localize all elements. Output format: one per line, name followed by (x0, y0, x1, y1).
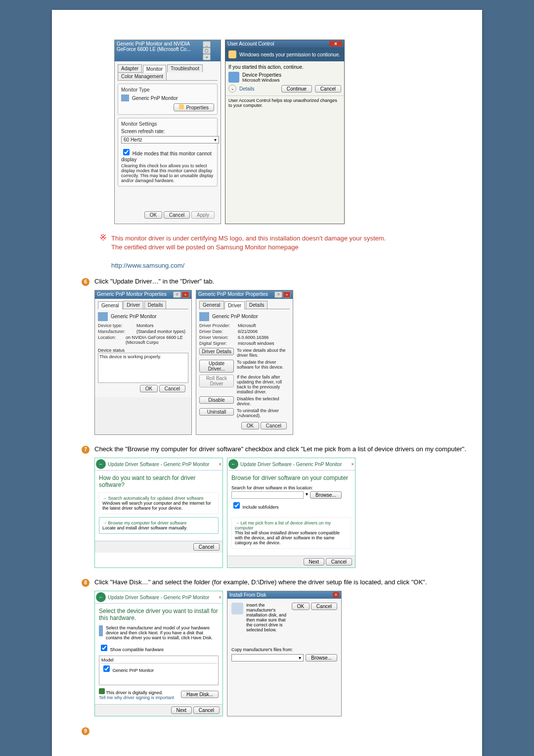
cancel-button[interactable]: Cancel (261, 422, 287, 429)
tab-general[interactable]: General (98, 301, 123, 309)
option-browse[interactable]: → Browse my computer for driver software… (99, 517, 219, 534)
monitor-icon (99, 625, 103, 636)
tab-details[interactable]: Details (144, 301, 167, 309)
back-icon[interactable]: ← (96, 459, 106, 469)
cancel-button[interactable]: Cancel (193, 543, 220, 551)
close-icon[interactable]: × (351, 462, 354, 467)
cancel-button[interactable]: Cancel (193, 707, 220, 714)
path-combo[interactable]: ▾ (231, 654, 304, 662)
model-column-header: Model (100, 657, 217, 663)
refresh-rate-value: 60 Hertz (124, 137, 142, 142)
device-type-label: Device type: (98, 323, 133, 328)
have-disk-button[interactable]: Have Disk... (181, 691, 219, 698)
cancel-button[interactable]: Cancel (311, 603, 337, 610)
continue-button[interactable]: Continue (281, 85, 312, 93)
install-from-disk-dialog: Install From Disk × Insert the manufactu… (227, 591, 342, 716)
browse-button[interactable]: Browse... (310, 491, 342, 499)
device-status-value: This device is working properly. (99, 354, 161, 359)
back-icon[interactable]: ← (228, 459, 238, 469)
minimize-icon[interactable]: _ (203, 41, 211, 47)
cancel-button[interactable]: Cancel (315, 85, 341, 93)
maximize-icon[interactable]: ▢ (203, 47, 211, 54)
close-icon[interactable]: × (329, 41, 342, 47)
device-type-value: Monitors (136, 323, 154, 328)
ok-button[interactable]: OK (140, 385, 158, 392)
samsung-link[interactable]: http://www.samsung.com/ (111, 262, 184, 269)
close-icon[interactable]: × (333, 592, 339, 598)
uac-if-started: If you started this action, continue. (228, 64, 341, 70)
bullet-7: 7 (82, 446, 89, 454)
ok-button[interactable]: OK (292, 603, 310, 610)
uac-title: User Account Control (227, 41, 274, 47)
cancel-button[interactable]: Cancel (159, 385, 185, 392)
driver-details-desc: To view details about the driver files. (237, 348, 290, 358)
uac-ms-windows: Microsoft Windows (242, 78, 281, 83)
option-pick-list[interactable]: → Let me pick from a list of device driv… (231, 517, 351, 549)
device-name: Generic PnP Monitor (111, 314, 157, 319)
close-icon[interactable]: × (181, 291, 189, 298)
model-item[interactable]: Generic PnP Monitor (113, 668, 154, 673)
search-label: Search for driver software in this locat… (231, 485, 351, 490)
dialog-title: Generic PnP Monitor and NVIDIA GeForce 6… (117, 41, 202, 60)
show-compat-checkbox[interactable] (101, 645, 107, 651)
step6-text: Click "Update Driver…" in the "Driver" t… (94, 278, 214, 285)
back-icon[interactable]: ← (96, 592, 106, 602)
apply-button[interactable]: Apply (191, 211, 215, 219)
hide-modes-label: Hide modes that this monitor cannot disp… (121, 151, 212, 162)
rollback-button[interactable]: Roll Back Driver (199, 375, 234, 387)
close-icon[interactable]: × (219, 595, 222, 600)
close-icon[interactable]: × (203, 54, 211, 60)
chevron-down-icon[interactable]: ⌄ (228, 85, 236, 93)
cancel-button[interactable]: Cancel (164, 211, 190, 219)
properties-label: Properties (186, 105, 209, 110)
tab-troubleshoot[interactable]: Troubleshoot (167, 64, 203, 72)
ok-button[interactable]: OK (241, 422, 259, 429)
tabs: Adapter Monitor Troubleshoot Color Manag… (118, 64, 218, 81)
monitor-type-value: Generic PnP Monitor (132, 95, 178, 101)
manufacturer-label: Manufacturer: (98, 329, 133, 334)
next-button[interactable]: Next (171, 707, 192, 714)
next-button[interactable]: Next (304, 558, 325, 566)
device-properties-icon (228, 72, 239, 83)
tab-color-management[interactable]: Color Management (118, 72, 167, 80)
tab-general[interactable]: General (199, 301, 224, 309)
uac-device-properties: Device Properties (242, 72, 281, 78)
cancel-button[interactable]: Cancel (326, 558, 352, 566)
device-status-box: This device is working properly. (98, 353, 188, 383)
help-icon[interactable]: ? (173, 291, 181, 298)
disk-icon (231, 603, 243, 614)
tab-driver[interactable]: Driver (224, 301, 245, 309)
tab-driver[interactable]: Driver (123, 301, 143, 309)
step9-bullet-row: 9 (82, 726, 472, 734)
include-sub-checkbox[interactable] (233, 502, 240, 509)
tab-monitor[interactable]: Monitor (143, 65, 166, 73)
tab-details[interactable]: Details (246, 301, 268, 309)
close-icon[interactable]: × (283, 291, 291, 298)
update-driver-button[interactable]: Update Driver... (199, 360, 234, 373)
opt2-desc: Locate and install driver software manua… (102, 525, 215, 530)
browse-button[interactable]: Browse... (306, 654, 337, 662)
properties-button[interactable]: Properties (174, 103, 214, 111)
tab-adapter[interactable]: Adapter (118, 64, 142, 72)
monitor-props-driver: Generic PnP Monitor Properties ?× Genera… (196, 290, 293, 435)
chevron-down-icon[interactable]: ▾ (306, 491, 308, 499)
monitor-properties-dialog: Generic PnP Monitor and NVIDIA GeForce 6… (114, 40, 221, 224)
uac-details[interactable]: Details (239, 86, 278, 92)
close-icon[interactable]: × (219, 462, 222, 467)
refresh-rate-select[interactable]: 60 Hertz ▾ (121, 136, 219, 143)
uninstall-button[interactable]: Uninstall (199, 408, 234, 416)
help-icon[interactable]: ? (274, 291, 282, 298)
ok-button[interactable]: OK (144, 211, 162, 219)
path-input[interactable] (231, 491, 304, 499)
option-search-auto[interactable]: → Search automatically for updated drive… (99, 492, 219, 514)
driver-details-button[interactable]: Driver Details (199, 348, 234, 355)
disable-button[interactable]: Disable (199, 396, 234, 404)
step7-instruction: 7 Check the "Browse my computer for driv… (82, 445, 472, 454)
wizard-sub: Select the manufacturer and model of you… (106, 625, 219, 640)
hide-modes-desc: Clearing this check box allows you to se… (121, 163, 214, 183)
monitor-settings-label: Monitor Settings (121, 121, 214, 127)
tell-why-link[interactable]: Tell me why driver signing is important (99, 695, 174, 700)
model-item-checkbox[interactable] (103, 665, 110, 672)
hide-modes-checkbox[interactable] (123, 149, 130, 155)
date-label: Driver Date: (199, 329, 234, 334)
